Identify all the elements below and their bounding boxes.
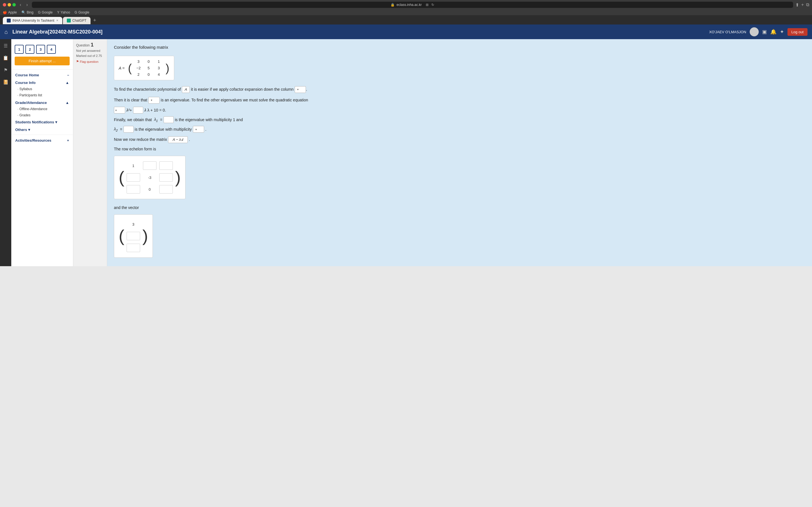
- question-nav-3[interactable]: 3: [36, 45, 45, 54]
- tab-close-inha[interactable]: ✕: [56, 19, 58, 22]
- tab-favicon-chatgpt: [67, 18, 71, 22]
- re-11: -3: [143, 173, 156, 182]
- activities-add-icon[interactable]: +: [67, 138, 69, 143]
- home-icon[interactable]: ⌂: [4, 29, 8, 35]
- question-info-panel: Question 1 Not yet answered Marked out o…: [73, 39, 107, 266]
- bookmark-google1[interactable]: G Google: [38, 10, 53, 14]
- tab-favicon-inha: [7, 18, 11, 22]
- main-layout: ☰ 📋 ⚑ 📔 1 2 3 4 Finish attempt ... Cours…: [0, 39, 812, 266]
- finish-attempt-button[interactable]: Finish attempt ...: [15, 57, 70, 65]
- bookmark-apple[interactable]: 🍎 Apple: [3, 10, 17, 14]
- url-text: eclass.inha.ac.kr: [396, 3, 421, 7]
- new-tab-button[interactable]: +: [91, 16, 99, 24]
- new-tab-icon[interactable]: +: [801, 2, 804, 7]
- bookmark-google2[interactable]: G Google: [75, 10, 89, 14]
- re-22[interactable]: [159, 185, 173, 193]
- question-marks: Marked out of 2.75: [76, 54, 104, 57]
- others-section[interactable]: Others ▾: [11, 126, 73, 133]
- bullet3: ·: [17, 107, 18, 111]
- bookmarks-bar: 🍎 Apple 🔍 Bing G Google Y Yahoo G Google: [0, 10, 812, 15]
- browser-buttons: [3, 3, 16, 6]
- flag-question-link[interactable]: ⚑ Flag question: [76, 60, 104, 63]
- notebook-icon[interactable]: 📔: [2, 78, 10, 86]
- question-status: Not yet answered: [76, 49, 104, 52]
- share-icon[interactable]: ⬆: [795, 2, 799, 8]
- lambda-sym: λ: [144, 108, 146, 112]
- logout-button[interactable]: Log out: [788, 28, 808, 36]
- question-nav-4[interactable]: 4: [47, 45, 56, 54]
- sidebar-item-participants[interactable]: · Participants list: [11, 92, 73, 98]
- content-area: Question 1 Not yet answered Marked out o…: [73, 39, 812, 266]
- re-02[interactable]: [159, 161, 173, 170]
- multiplicity-select[interactable]: ▾: [193, 126, 204, 133]
- lambda2-input[interactable]: [123, 126, 134, 133]
- sidebar-item-offline-attendance[interactable]: · Offline-Attendance: [11, 106, 73, 112]
- question-nav-2[interactable]: 2: [26, 45, 35, 54]
- tabs-bar: INHA University In Tashkent ✕ ChatGPT +: [0, 15, 812, 24]
- lock-icon: 🔒: [391, 3, 395, 7]
- bullet2: ·: [17, 93, 18, 97]
- main-content: Consider the following matrix A = ( 3 0 …: [107, 39, 812, 266]
- tool-icon[interactable]: ✦: [780, 29, 784, 35]
- v-right-bracket: ): [142, 217, 148, 255]
- course-home-section[interactable]: Course Home −: [11, 71, 73, 78]
- matrix-grid: 3 0 1 −2 5 3 2 0 4: [134, 59, 163, 77]
- maximize-button[interactable]: [12, 3, 16, 6]
- v-1[interactable]: [126, 232, 140, 240]
- monitor-icon[interactable]: ▣: [762, 29, 767, 35]
- activities-section[interactable]: Activities/Resources +: [11, 136, 73, 145]
- re-01[interactable]: [143, 161, 156, 170]
- course-info-section[interactable]: Course Info ▲: [11, 78, 73, 86]
- re-right-bracket: ): [175, 159, 181, 196]
- lambda1-input[interactable]: [163, 116, 174, 123]
- forward-button[interactable]: ›: [24, 2, 29, 8]
- re-12[interactable]: [159, 173, 173, 182]
- row-reduce-text: Now we row reduce the matrix A − λ₁I .: [114, 135, 805, 144]
- students-notifications-arrow: ▾: [55, 120, 57, 124]
- tab-chatgpt[interactable]: ChatGPT: [63, 17, 91, 24]
- eq-coeff-select[interactable]: ▾: [114, 107, 125, 114]
- close-button[interactable]: [3, 3, 6, 6]
- bookmark-yahoo[interactable]: Y Yahoo: [57, 10, 70, 14]
- avatar: [750, 27, 759, 36]
- re-00: 1: [126, 161, 140, 170]
- bookmark-bing[interactable]: 🔍 Bing: [21, 10, 34, 14]
- browser-chrome: ‹ › 🔒 eclass.inha.ac.kr ⊞ ↻ ⬆ + ⧉ 🍎 Appl…: [0, 0, 812, 24]
- google-icon: G: [38, 10, 41, 14]
- vector-box: ( 3 ): [114, 214, 153, 258]
- grade-attendance-label: Grade/Attendance: [15, 101, 47, 105]
- menu-icon[interactable]: ☰: [3, 42, 9, 50]
- eq-input-1[interactable]: [133, 107, 143, 114]
- google-icon2: G: [75, 10, 77, 14]
- flag-icon-bar[interactable]: ⚑: [3, 66, 9, 74]
- students-notifications-label: Students Notifications: [15, 120, 54, 124]
- question-nav-1[interactable]: 1: [15, 45, 24, 54]
- minimize-button[interactable]: [8, 3, 11, 6]
- m21: 0: [144, 72, 153, 77]
- sidebar-item-syllabus[interactable]: · Syllabus: [11, 86, 73, 92]
- tab-inha[interactable]: INHA University In Tashkent ✕: [3, 17, 62, 24]
- others-arrow: ▾: [28, 128, 30, 132]
- m20: 2: [134, 72, 143, 77]
- students-notifications-section[interactable]: Students Notifications ▾: [11, 118, 73, 126]
- nav-right: XO'JAEV O'LMASJON ▣ 🔔 ✦ Log out: [709, 27, 808, 36]
- column-select[interactable]: ▾: [295, 86, 306, 93]
- matrix-A-inline: A: [182, 86, 190, 93]
- book-icon[interactable]: 📋: [2, 54, 10, 62]
- address-bar[interactable]: 🔒 eclass.inha.ac.kr ⊞ ↻: [32, 2, 793, 8]
- lambda2-sym: λ2: [114, 127, 117, 132]
- browser-toolbar: ‹ › 🔒 eclass.inha.ac.kr ⊞ ↻ ⬆ + ⧉: [0, 0, 812, 10]
- top-nav: ⌂ Linear Algebra[202402-MSC2020-004] XO'…: [0, 24, 812, 39]
- sidebar-item-grades[interactable]: · Grades: [11, 112, 73, 118]
- grade-attendance-section[interactable]: Grade/Attendance ▲: [11, 98, 73, 106]
- re-10[interactable]: [126, 173, 140, 182]
- eigenvalue-select[interactable]: ▾: [148, 97, 160, 104]
- bell-icon[interactable]: 🔔: [770, 29, 776, 35]
- back-button[interactable]: ‹: [18, 2, 23, 8]
- m11: 5: [144, 65, 153, 71]
- re-20[interactable]: [126, 185, 140, 193]
- reload-icon[interactable]: ↻: [432, 3, 434, 7]
- sidebar-icon[interactable]: ⧉: [806, 2, 809, 7]
- app-wrapper: ⌂ Linear Algebra[202402-MSC2020-004] XO'…: [0, 24, 812, 266]
- v-2[interactable]: [126, 244, 140, 252]
